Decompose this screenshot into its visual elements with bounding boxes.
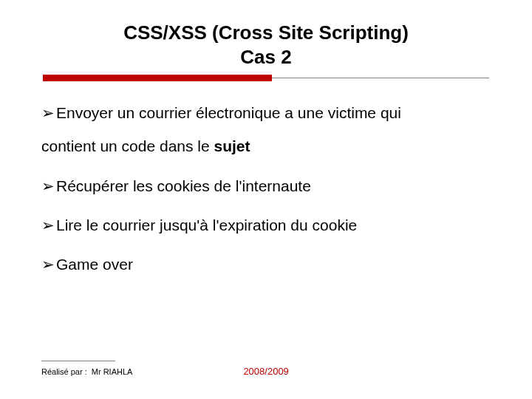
slide: CSS/XSS (Cross Site Scripting) Cas 2 ➢En… [0,0,532,399]
author-name: Mr RIAHLA [92,367,133,376]
title-underline [0,75,532,85]
bullet-3: ➢Lire le courrier jusqu'à l'expiration d… [41,215,491,235]
title-line-2: Cas 2 [0,45,532,69]
bullet-1-continuation: contient un code dans le sujet [41,136,491,156]
arrow-icon: ➢ [41,103,55,123]
footer-year: 2008/2009 [243,366,288,377]
title-line-1: CSS/XSS (Cross Site Scripting) [0,21,532,45]
bullet-3-text: Lire le courrier jusqu'à l'expiration du… [56,216,357,233]
bullet-2-text: Récupérer les cookies de l'internaute [56,177,311,194]
red-bar [43,75,272,81]
bullet-4-text: Game over [56,256,133,273]
arrow-icon: ➢ [41,215,55,235]
bullet-1-cont-pre: contient un code dans le [41,137,214,154]
content-area: ➢Envoyer un courrier électronique a une … [0,85,532,274]
bullet-2: ➢Récupérer les cookies de l'internaute [41,176,491,196]
footer-row: Réalisé par : Mr RIAHLA 2008/2009 [41,366,491,377]
bullet-1-cont-bold: sujet [214,137,250,154]
arrow-icon: ➢ [41,254,55,274]
bullet-4: ➢Game over [41,254,491,274]
bullet-1-text: Envoyer un courrier électronique a une v… [56,104,401,121]
footer: Réalisé par : Mr RIAHLA 2008/2009 [41,361,491,377]
arrow-icon: ➢ [41,176,55,196]
author-label: Réalisé par : [41,367,87,376]
slide-title: CSS/XSS (Cross Site Scripting) Cas 2 [0,0,532,69]
footer-divider [41,361,115,361]
bullet-1: ➢Envoyer un courrier électronique a une … [41,103,491,157]
